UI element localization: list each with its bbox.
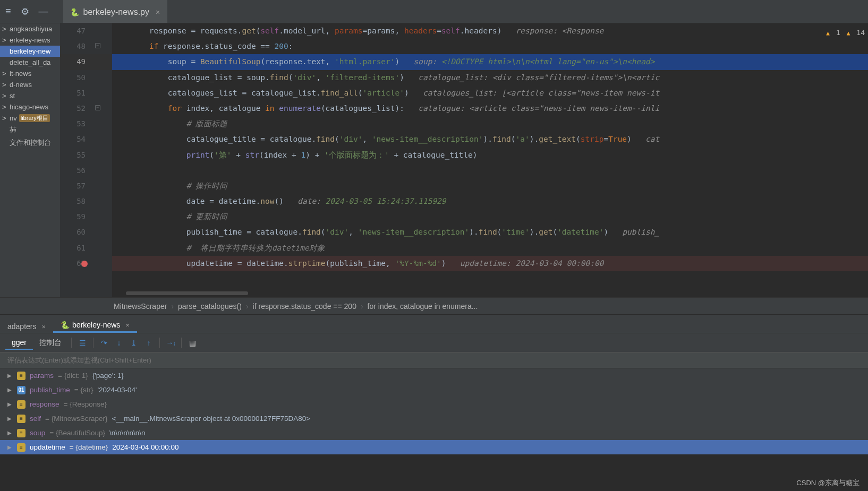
gutter-line[interactable]: 52− [60, 101, 112, 116]
chevron-right-icon[interactable]: ▶ [7, 416, 13, 421]
close-icon[interactable]: × [156, 8, 160, 16]
gutter-line[interactable]: 60 [60, 225, 112, 240]
gutter-line[interactable]: 53 [60, 116, 112, 132]
variable-row[interactable]: ▶≡response = {Response} [0, 397, 868, 411]
code-line[interactable]: if response.status_code == 200: [112, 39, 868, 54]
variable-row[interactable]: ▶≡params = {dict: 1} {'page': 1} [0, 368, 868, 383]
fold-icon[interactable]: − [95, 105, 100, 110]
breadcrumb-item[interactable]: for index, catalogue in enumera... [368, 302, 478, 311]
evaluate-icon[interactable]: ▦ [185, 336, 200, 350]
gutter-line[interactable]: 57 [60, 178, 112, 194]
gutter-line[interactable]: 49 [60, 54, 112, 70]
tree-item[interactable]: berkeley-new [0, 46, 60, 57]
variable-row[interactable]: ▶01publish_time = {str} '2024-03-04' [0, 383, 868, 397]
close-icon[interactable]: × [125, 321, 130, 329]
chevron-right-icon: › [361, 302, 363, 311]
var-type: = {MitnewsScraper} [45, 415, 107, 423]
tree-item[interactable]: 茽 [0, 124, 60, 136]
code-line[interactable]: # 将日期字符串转换为datetime对象 [112, 240, 868, 256]
breadcrumb-item[interactable]: if response.status_code == 200 [253, 302, 356, 311]
tree-item[interactable]: 文件和控制台 [0, 136, 60, 149]
var-type: = {str} [74, 386, 93, 394]
step-out-icon[interactable]: ↑ [141, 336, 156, 350]
debug-tab[interactable]: berkeley-news× [53, 317, 137, 333]
breadcrumb-item[interactable]: parse_catalogues() [178, 302, 242, 311]
code-line[interactable]: # 更新时间 [112, 209, 868, 225]
gear-icon[interactable]: ⚙ [21, 6, 29, 18]
error-count: 1 [836, 29, 840, 37]
var-value: 2024-03-04 00:00:00 [112, 443, 178, 451]
code-line[interactable]: catalogues_list = catalogue_list.find_al… [112, 85, 868, 101]
chevron-right-icon[interactable]: ▶ [7, 387, 13, 393]
breakpoint-icon[interactable] [81, 261, 88, 267]
minimize-icon[interactable]: — [39, 6, 48, 17]
stack-icon[interactable]: ☰ [75, 336, 90, 350]
tree-item[interactable]: >st [0, 90, 60, 101]
gutter-line[interactable]: 51 [60, 85, 112, 101]
project-tree[interactable]: >angkaoshiyua>erkeley-newsberkeley-newde… [0, 23, 60, 297]
horizontal-scrollbar[interactable] [126, 291, 248, 295]
close-icon[interactable]: × [41, 323, 46, 331]
gutter: 4748−49505152−53545556575859606162 [60, 23, 112, 297]
var-name: params [30, 372, 54, 380]
tree-item[interactable]: >erkeley-news [0, 35, 60, 46]
gutter-line[interactable]: 47 [60, 23, 112, 39]
code-line[interactable]: publish_time = catalogue.find('div', 'ne… [112, 225, 868, 240]
code-line[interactable]: catalogue_title = catalogue.find('div', … [112, 132, 868, 147]
code-line[interactable]: for index, catalogue in enumerate(catalo… [112, 101, 868, 116]
fold-icon[interactable]: − [95, 43, 100, 48]
code-line[interactable] [112, 163, 868, 178]
chevron-right-icon[interactable]: ▶ [7, 430, 13, 436]
breadcrumb-item[interactable]: MitnewsScraper [114, 302, 167, 311]
code-line[interactable]: response = requests.get(self.model_url, … [112, 23, 868, 39]
tree-item[interactable]: >nv library根目 [0, 113, 60, 124]
code-editor[interactable]: 1 14 response = requests.get(self.model_… [112, 23, 868, 297]
step-over-icon[interactable]: ↷ [97, 336, 112, 350]
inspection-widget[interactable]: 1 14 [826, 29, 865, 37]
var-name: soup [30, 429, 45, 437]
gutter-line[interactable]: 58 [60, 194, 112, 209]
gutter-line[interactable]: 59 [60, 209, 112, 225]
gutter-line[interactable]: 48− [60, 39, 112, 54]
run-to-cursor-icon[interactable]: →ᵢ [163, 336, 178, 350]
tree-item[interactable]: delete_all_da [0, 57, 60, 68]
code-line[interactable]: date = datetime.now() date: 2024-03-05 1… [112, 194, 868, 209]
code-line[interactable]: print('第' + str(index + 1) + '个版面标题为：' +… [112, 148, 868, 163]
menu-icon[interactable]: ≡ [5, 6, 11, 17]
variable-row[interactable]: ▶≡soup = {BeautifulSoup} \n\n\n\n\n\n [0, 426, 868, 440]
file-tab-berkeley-news[interactable]: berkeley-news.py × [63, 0, 168, 23]
tree-item[interactable]: >hicago-news [0, 101, 60, 113]
gutter-line[interactable]: 54 [60, 132, 112, 147]
code-line[interactable]: soup = BeautifulSoup(response.text, 'htm… [112, 54, 868, 70]
warning-count: 14 [856, 29, 865, 37]
code-line[interactable]: updatetime = datetime.strptime(publish_t… [112, 256, 868, 271]
var-type-icon: ≡ [17, 443, 25, 452]
tab-console[interactable]: 控制台 [33, 336, 68, 350]
step-into-icon[interactable]: ↓ [112, 336, 126, 350]
code-line[interactable]: catalogue_list = soup.find('div', 'filte… [112, 70, 868, 85]
gutter-line[interactable]: 50 [60, 70, 112, 85]
tab-debugger[interactable]: gger [5, 336, 33, 350]
debug-tab[interactable]: adapters× [0, 319, 53, 333]
code-line[interactable]: # 操作时间 [112, 178, 868, 194]
chevron-right-icon: › [171, 302, 174, 311]
evaluate-input[interactable] [7, 356, 861, 364]
variables-panel[interactable]: ▶≡params = {dict: 1} {'page': 1}▶01publi… [0, 368, 868, 454]
tree-item[interactable]: >it-news [0, 68, 60, 79]
chevron-right-icon[interactable]: ▶ [7, 373, 13, 378]
code-line[interactable]: # 版面标题 [112, 116, 868, 132]
var-value: \n\n\n\n\n\n [109, 429, 146, 437]
variable-row[interactable]: ▶≡updatetime = {datetime} 2024-03-04 00:… [0, 440, 868, 454]
tree-item[interactable]: >angkaoshiyua [0, 23, 60, 35]
gutter-line[interactable]: 56 [60, 163, 112, 178]
gutter-line[interactable]: 62 [60, 256, 112, 271]
chevron-right-icon[interactable]: ▶ [7, 401, 13, 407]
gutter-line[interactable]: 61 [60, 240, 112, 256]
gutter-line[interactable]: 55 [60, 148, 112, 163]
breadcrumb: MitnewsScraper›parse_catalogues()›if res… [0, 297, 868, 314]
variable-row[interactable]: ▶≡self = {MitnewsScraper} <__main__.Mitn… [0, 411, 868, 426]
chevron-right-icon[interactable]: ▶ [7, 444, 13, 450]
var-name: updatetime [30, 443, 65, 451]
step-into-my-icon[interactable]: ⤓ [126, 336, 141, 350]
tree-item[interactable]: >d-news [0, 79, 60, 90]
